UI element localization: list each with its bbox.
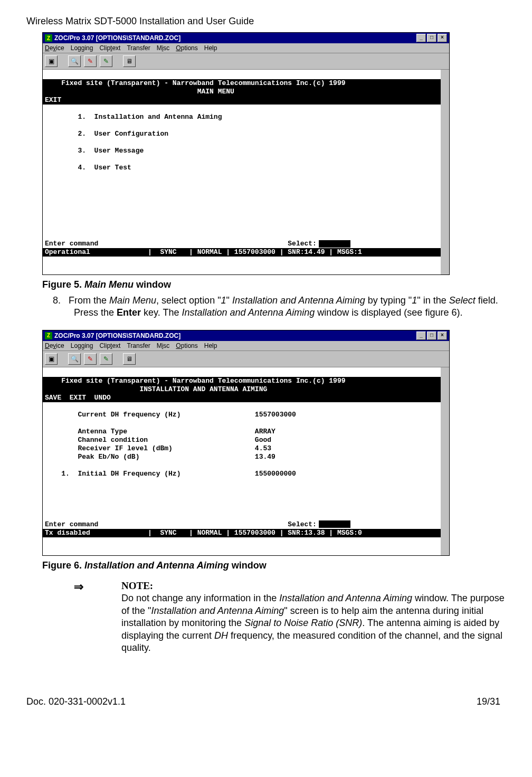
footer-page-num: 19/31: [477, 696, 500, 707]
figure-6-caption: Figure 6. Installation and Antenna Aimin…: [42, 560, 506, 571]
app-icon: Z: [45, 34, 52, 42]
close-button[interactable]: ×: [438, 34, 447, 42]
row-peak: Peak Eb/No (dB) 13.49: [43, 453, 276, 461]
zoc-window-main-menu: Z ZOC/Pro 3.07 [OPTIONS\STANDARD.ZOC] _ …: [42, 32, 450, 275]
status-line: Tx disabled | SYNC | NORMAL | 1557003000…: [43, 529, 441, 537]
row-receiver: Receiver IF level (dBm) 4.53: [43, 444, 271, 452]
select-input[interactable]: [319, 240, 350, 248]
toolbar-btn-1[interactable]: ▣: [45, 55, 58, 67]
term-title: MAIN MENU: [43, 88, 441, 96]
toolbar-btn-5[interactable]: 🖥: [123, 55, 136, 67]
toolbar-btn-4[interactable]: ✎: [100, 353, 112, 365]
window-title: ZOC/Pro 3.07 [OPTIONS\STANDARD.ZOC]: [54, 332, 180, 339]
menu-options[interactable]: Options: [176, 342, 197, 349]
toolbar: ▣ 🔍 ✎ ✎ 🖥: [43, 351, 449, 367]
menu-option-2: 2. User Configuration: [43, 130, 168, 138]
menu-logging[interactable]: Logging: [71, 342, 93, 349]
enter-command: Enter command Select:: [43, 520, 350, 528]
toolbar-btn-3[interactable]: ✎: [84, 353, 97, 365]
menu-transfer[interactable]: Transfer: [127, 44, 150, 52]
window-titlebar: Z ZOC/Pro 3.07 [OPTIONS\STANDARD.ZOC] _ …: [43, 33, 449, 43]
note-body: Do not change any information in the Ins…: [121, 592, 506, 654]
term-header: Fixed site (Transparent) - Narrowband Te…: [43, 377, 441, 385]
minimize-button[interactable]: _: [416, 34, 426, 42]
term-header: Fixed site (Transparent) - Narrowband Te…: [43, 79, 441, 88]
menu-misc[interactable]: Misc: [157, 342, 170, 349]
note-label: NOTE:: [121, 580, 506, 593]
menu-cliptext[interactable]: Cliptext: [99, 342, 120, 349]
menu-options[interactable]: Options: [176, 44, 197, 52]
toolbar-btn-2[interactable]: 🔍: [68, 353, 81, 365]
menu-logging[interactable]: Logging: [71, 44, 93, 52]
enter-command: Enter command Select:: [43, 240, 350, 248]
doc-header: Wireless Matrix SDT-5000 Installation an…: [26, 16, 506, 27]
minimize-button[interactable]: _: [416, 331, 426, 340]
menu-help[interactable]: Help: [204, 44, 217, 52]
term-save: SAVE EXIT UNDO: [43, 394, 441, 402]
row-channel: Channel condition Good: [43, 436, 271, 444]
toolbar: ▣ 🔍 ✎ ✎ 🖥: [43, 53, 449, 70]
menu-device[interactable]: Device: [45, 342, 64, 349]
menu-option-1: 1. Installation and Antenna Aiming: [43, 113, 222, 121]
row-antenna-type: Antenna Type ARRAY: [43, 428, 276, 435]
toolbar-btn-1[interactable]: ▣: [45, 353, 58, 365]
terminal-antenna: Fixed site (Transparent) - Narrowband Te…: [43, 367, 449, 555]
menu-transfer[interactable]: Transfer: [127, 342, 150, 349]
note-arrow-icon: ⇒: [74, 580, 83, 595]
window-title: ZOC/Pro 3.07 [OPTIONS\STANDARD.ZOC]: [54, 34, 180, 42]
menu-cliptext[interactable]: Cliptext: [99, 44, 120, 52]
step-8-text: 8.From the Main Menu, select option "1" …: [74, 295, 500, 319]
zoc-window-antenna: Z ZOC/Pro 3.07 [OPTIONS\STANDARD.ZOC] _ …: [42, 330, 450, 556]
term-exit: EXIT: [43, 96, 441, 105]
menu-option-4: 4. User Test: [43, 164, 131, 172]
page-footer: Doc. 020-331-0002v1.1 19/31: [26, 696, 506, 707]
figure-5-caption: Figure 5. Main Menu window: [42, 279, 506, 290]
toolbar-btn-3[interactable]: ✎: [84, 55, 97, 67]
app-icon: Z: [45, 332, 52, 339]
menubar: Device Logging Cliptext Transfer Misc Op…: [43, 341, 449, 351]
toolbar-btn-2[interactable]: 🔍: [68, 55, 81, 67]
footer-doc-id: Doc. 020-331-0002v1.1: [26, 696, 126, 707]
menu-help[interactable]: Help: [204, 342, 217, 349]
status-line: Operational | SYNC | NORMAL | 1557003000…: [43, 248, 441, 257]
close-button[interactable]: ×: [438, 331, 447, 340]
row-initial-dh: 1. Initial DH Frequency (Hz) 1550000000: [43, 470, 296, 478]
term-title: INSTALLATION AND ANTENNA AIMING: [43, 385, 441, 394]
menu-option-3: 3. User Message: [43, 147, 144, 155]
maximize-button[interactable]: □: [427, 34, 436, 42]
menu-misc[interactable]: Misc: [157, 44, 170, 52]
maximize-button[interactable]: □: [427, 331, 436, 340]
menu-device[interactable]: Device: [45, 44, 64, 52]
terminal-main-menu: Fixed site (Transparent) - Narrowband Te…: [43, 70, 449, 274]
toolbar-btn-4[interactable]: ✎: [100, 55, 112, 67]
window-titlebar: Z ZOC/Pro 3.07 [OPTIONS\STANDARD.ZOC] _ …: [43, 330, 449, 341]
toolbar-btn-5[interactable]: 🖥: [123, 353, 136, 365]
select-input[interactable]: [319, 520, 350, 528]
note-block: ⇒ NOTE: Do not change any information in…: [100, 580, 506, 655]
menubar: Device Logging Cliptext Transfer Misc Op…: [43, 43, 449, 53]
row-current-dh: Current DH frequency (Hz) 1557003000: [43, 411, 296, 419]
